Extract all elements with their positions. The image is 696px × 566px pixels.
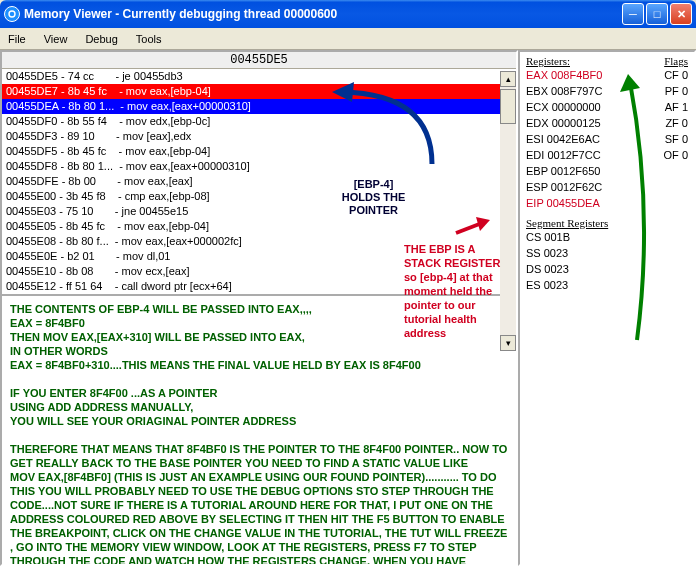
register-row: EBP 0012F650 <box>526 163 688 179</box>
registers-list: EAX 008F4BF0CF 0EBX 008F797CPF 0ECX 0000… <box>526 67 688 211</box>
window-title: Memory Viewer - Currently debugging thre… <box>24 7 622 21</box>
registers-header: Registers: <box>526 55 570 67</box>
register-row: ESP 0012F62C <box>526 179 688 195</box>
registers-panel: Registers: Flags EAX 008F4BF0CF 0EBX 008… <box>518 50 696 566</box>
disasm-row[interactable]: 00455DF5 - 8b 45 fc - mov eax,[ebp-04] <box>2 144 516 159</box>
segment-list: CS 001BSS 0023DS 0023ES 0023 <box>526 229 688 293</box>
disasm-row[interactable]: 00455E03 - 75 10 - jne 00455e15 <box>2 204 516 219</box>
minimize-button[interactable]: ─ <box>622 3 644 25</box>
scroll-thumb[interactable] <box>500 89 516 124</box>
disasm-row[interactable]: 00455DE5 - 74 cc - je 00455db3 <box>2 69 516 84</box>
segment-header: Segment Registers <box>526 217 688 229</box>
disassembly-panel: 00455DE5 00455DE5 - 74 cc - je 00455db30… <box>0 50 518 566</box>
segment-row: SS 0023 <box>526 245 688 261</box>
disasm-row[interactable]: 00455DEA - 8b 80 1... - mov eax,[eax+000… <box>2 99 516 114</box>
menubar: File View Debug Tools <box>0 28 696 50</box>
segment-row: DS 0023 <box>526 261 688 277</box>
svg-point-0 <box>9 11 15 17</box>
disasm-row[interactable]: 00455E05 - 8b 45 fc - mov eax,[ebp-04] <box>2 219 516 234</box>
annotation-ebp-note: THE EBP IS A STACK REGISTER so [ebp-4] a… <box>404 242 504 340</box>
menu-view[interactable]: View <box>44 33 68 45</box>
maximize-button[interactable]: □ <box>646 3 668 25</box>
menu-debug[interactable]: Debug <box>85 33 117 45</box>
register-row: ECX 00000000AF 1 <box>526 99 688 115</box>
flags-header: Flags <box>664 55 688 67</box>
titlebar: Memory Viewer - Currently debugging thre… <box>0 0 696 28</box>
annotation-pointer-note: [EBP-4] HOLDS THE POINTER <box>335 176 412 224</box>
menu-file[interactable]: File <box>8 33 26 45</box>
register-row: EDI 0012F7CCOF 0 <box>526 147 688 163</box>
menu-tools[interactable]: Tools <box>136 33 162 45</box>
register-row: EIP 00455DEA <box>526 195 688 211</box>
register-row: EAX 008F4BF0CF 0 <box>526 67 688 83</box>
segment-row: ES 0023 <box>526 277 688 293</box>
disasm-row[interactable]: 00455E00 - 3b 45 f8 - cmp eax,[ebp-08] <box>2 189 516 204</box>
disasm-row[interactable]: 00455DF3 - 89 10 - mov [eax],edx <box>2 129 516 144</box>
register-row: EBX 008F797CPF 0 <box>526 83 688 99</box>
register-row: EDX 00000125ZF 0 <box>526 115 688 131</box>
app-icon <box>4 6 20 22</box>
disasm-row[interactable]: 00455DE7 - 8b 45 fc - mov eax,[ebp-04] <box>2 84 516 99</box>
disasm-row[interactable]: 00455DFE - 8b 00 - mov eax,[eax] <box>2 174 516 189</box>
register-row: ESI 0042E6ACSF 0 <box>526 131 688 147</box>
disasm-row[interactable]: 00455DF8 - 8b 80 1... - mov eax,[eax+000… <box>2 159 516 174</box>
disasm-row[interactable]: 00455DF0 - 8b 55 f4 - mov edx,[ebp-0c] <box>2 114 516 129</box>
address-header: 00455DE5 <box>2 52 516 69</box>
segment-row: CS 001B <box>526 229 688 245</box>
close-button[interactable]: ✕ <box>670 3 692 25</box>
scroll-up-button[interactable]: ▴ <box>500 71 516 87</box>
